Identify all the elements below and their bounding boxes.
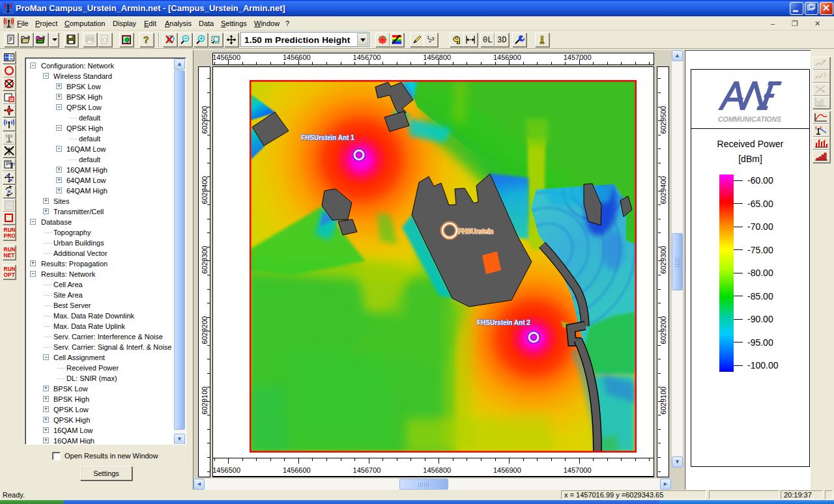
svg-text:PRO: PRO: [4, 232, 16, 238]
svg-text:OPT: OPT: [4, 271, 16, 277]
svg-text:?: ?: [143, 35, 149, 45]
svg-text:0L: 0L: [483, 36, 492, 45]
svg-text:FHSUrstein Ant 1: FHSUrstein Ant 1: [301, 134, 354, 141]
svg-text:COMMUNICATIONS: COMMUNICATIONS: [718, 115, 781, 123]
svg-text:FHSUrstein: FHSUrstein: [458, 228, 493, 235]
svg-text:FHSUrstein Ant 2: FHSUrstein Ant 2: [477, 319, 530, 326]
svg-text:3D: 3D: [497, 36, 506, 45]
svg-text:NET: NET: [4, 251, 16, 257]
svg-text:?: ?: [823, 72, 827, 79]
svg-text:3: 3: [431, 36, 435, 42]
